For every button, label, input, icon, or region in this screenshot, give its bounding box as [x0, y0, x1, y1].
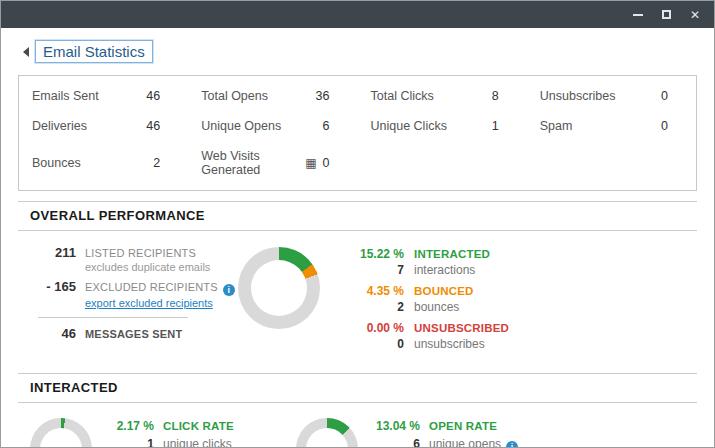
stat-label: Emails Sent — [32, 89, 99, 103]
close-icon: ✕ — [690, 9, 700, 21]
window-titlebar: ✕ — [1, 1, 714, 28]
metric-sublabel: bounces — [414, 300, 509, 314]
metric-interacted: 15.22 % INTERACTED 7 interactions — [346, 247, 509, 277]
stat-value-group: ▦ 0 — [305, 156, 329, 170]
stat-label: Unique Opens — [201, 119, 281, 133]
stat-label: Unique Clicks — [371, 119, 447, 133]
recipients-divider — [38, 317, 188, 318]
stat-cell-empty — [358, 141, 527, 185]
open-rate-percent: 13.04 % — [374, 419, 420, 433]
stat-value: 2 — [153, 156, 160, 170]
overall-metrics: 15.22 % INTERACTED 7 interactions 4.35 %… — [346, 243, 509, 351]
unique-opens-value: 6 — [374, 437, 420, 448]
excluded-recipients-count: - 165 — [30, 279, 76, 294]
stat-cell-empty — [527, 141, 696, 185]
app-window: ✕ Email Statistics Emails Sent 46 Total … — [0, 0, 715, 448]
stat-cell-total-clicks: Total Clicks 8 — [358, 81, 527, 111]
stat-value: 0 — [323, 156, 330, 170]
stat-label: Web Visits Generated — [201, 149, 305, 177]
click-rate-label: CLICK RATE — [163, 420, 234, 432]
stat-value: 0 — [661, 89, 668, 103]
stat-cell-spam: Spam 0 — [527, 111, 696, 141]
interacted-body: 2.17 % CLICK RATE 1 unique clicks 8 tota… — [18, 403, 697, 448]
window-controls: ✕ — [633, 1, 700, 28]
unique-clicks-value: 1 — [108, 437, 154, 448]
stat-value: 36 — [316, 89, 330, 103]
stat-label: Total Opens — [201, 89, 268, 103]
info-icon[interactable]: i — [223, 284, 235, 296]
stat-cell-unique-clicks: Unique Clicks 1 — [358, 111, 527, 141]
stat-cell-total-opens: Total Opens 36 — [188, 81, 357, 111]
minimize-button[interactable] — [633, 14, 643, 16]
stat-label: Deliveries — [32, 119, 87, 133]
excluded-recipients-label-text: EXCLUDED RECIPIENTS — [85, 281, 218, 293]
info-icon[interactable]: i — [506, 441, 518, 448]
minimize-icon — [633, 14, 643, 16]
stat-cell-unique-opens: Unique Opens 6 — [188, 111, 357, 141]
metric-value: 0 — [346, 337, 404, 351]
click-rate-percent: 2.17 % — [108, 419, 154, 433]
interacted-section: INTERACTED 2.17 % CLICK RATE 1 unique cl… — [18, 373, 697, 448]
messages-sent-row: 46 MESSAGES SENT — [30, 326, 228, 341]
section-header-interacted: INTERACTED — [18, 374, 697, 403]
maximize-button[interactable] — [662, 10, 671, 19]
click-rate-donut-chart — [30, 418, 92, 448]
page-content: Email Statistics Emails Sent 46 Total Op… — [1, 28, 714, 448]
metric-percent: 4.35 % — [346, 284, 404, 298]
metric-sublabel: unsubscribes — [414, 337, 509, 351]
stat-value: 1 — [492, 119, 499, 133]
stat-label: Spam — [540, 119, 573, 133]
stat-cell-deliveries: Deliveries 46 — [19, 111, 188, 141]
listed-recipients-label: LISTED RECIPIENTS — [85, 247, 196, 259]
maximize-icon — [662, 10, 671, 19]
stat-label: Bounces — [32, 156, 81, 170]
metric-name: INTERACTED — [414, 248, 509, 260]
export-excluded-link[interactable]: export excluded recipients — [85, 297, 213, 309]
unique-opens-label: unique opensi — [429, 437, 518, 448]
email-stats-table: Emails Sent 46 Total Opens 36 Total Clic… — [18, 75, 697, 191]
stat-cell-bounces: Bounces 2 — [19, 141, 188, 185]
listed-recipients-row: 211 LISTED RECIPIENTS — [30, 245, 228, 260]
metric-sublabel: interactions — [414, 263, 509, 277]
stat-cell-web-visits: Web Visits Generated ▦ 0 — [188, 141, 357, 185]
metric-name: UNSUBSCRIBED — [414, 322, 509, 334]
overall-donut-chart — [238, 247, 320, 329]
unique-clicks-label: unique clicks — [163, 437, 234, 448]
stat-cell-unsubscribes: Unsubscribes 0 — [527, 81, 696, 111]
web-visits-icon: ▦ — [305, 157, 316, 169]
click-rate-text: 2.17 % CLICK RATE 1 unique clicks 8 tota… — [108, 415, 234, 448]
stat-cell-emails-sent: Emails Sent 46 — [19, 81, 188, 111]
messages-sent-label: MESSAGES SENT — [85, 328, 182, 340]
export-link-row: export excluded recipients — [85, 297, 228, 309]
listed-recipients-count: 211 — [30, 245, 76, 260]
stat-value: 0 — [661, 119, 668, 133]
overall-performance-section: OVERALL PERFORMANCE 211 LISTED RECIPIENT… — [18, 201, 697, 363]
stat-label: Total Clicks — [371, 89, 434, 103]
metric-percent: 15.22 % — [346, 247, 404, 261]
excluded-recipients-row: - 165 EXCLUDED RECIPIENTSi — [30, 279, 228, 296]
stat-label: Unsubscribes — [540, 89, 616, 103]
metric-value: 7 — [346, 263, 404, 277]
listed-recipients-note: excludes duplicate emails — [85, 261, 228, 273]
open-rate-donut-chart — [296, 418, 358, 448]
metric-name: BOUNCED — [414, 285, 509, 297]
stat-value: 46 — [146, 119, 160, 133]
collapse-triangle-icon[interactable] — [23, 47, 29, 57]
stat-value: 46 — [146, 89, 160, 103]
open-rate-text: 13.04 % OPEN RATE 6 unique opensi 36 tot… — [374, 415, 518, 448]
close-button[interactable]: ✕ — [690, 9, 700, 21]
overall-performance-body: 211 LISTED RECIPIENTS excludes duplicate… — [18, 231, 697, 363]
recipients-summary: 211 LISTED RECIPIENTS excludes duplicate… — [30, 243, 228, 341]
excluded-recipients-label: EXCLUDED RECIPIENTSi — [85, 281, 235, 296]
metric-unsubscribed: 0.00 % UNSUBSCRIBED 0 unsubscribes — [346, 321, 509, 351]
metric-bounced: 4.35 % BOUNCED 2 bounces — [346, 284, 509, 314]
page-title[interactable]: Email Statistics — [35, 40, 153, 63]
section-header-overall: OVERALL PERFORMANCE — [18, 202, 697, 231]
page-title-row: Email Statistics — [17, 28, 698, 73]
metric-value: 2 — [346, 300, 404, 314]
stat-value: 8 — [492, 89, 499, 103]
open-rate-label: OPEN RATE — [429, 420, 518, 432]
click-rate-group: 2.17 % CLICK RATE 1 unique clicks 8 tota… — [30, 415, 296, 448]
stat-value: 6 — [323, 119, 330, 133]
metric-percent: 0.00 % — [346, 321, 404, 335]
